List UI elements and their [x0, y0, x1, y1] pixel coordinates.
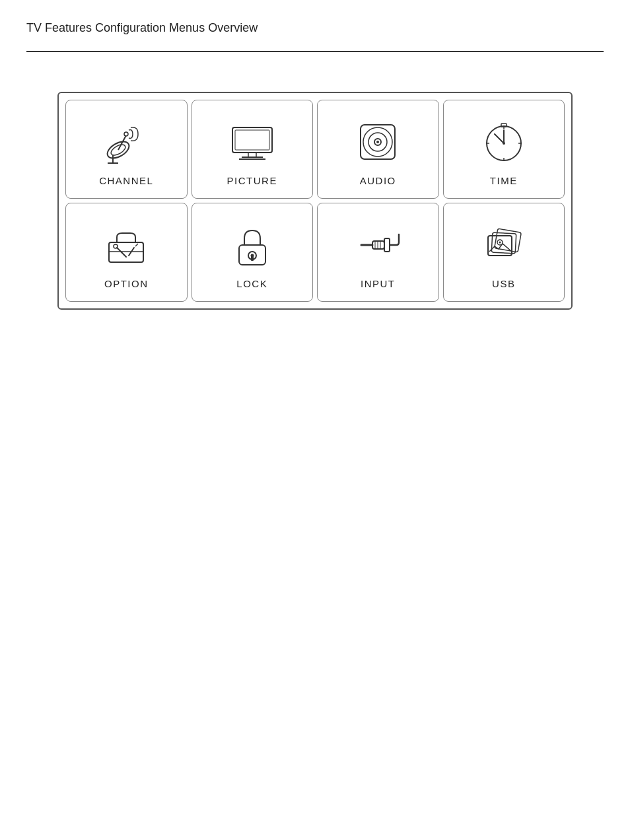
usb-label: USB — [492, 278, 515, 289]
audio-icon — [351, 116, 404, 168]
svg-rect-8 — [248, 153, 256, 157]
menu-item-usb[interactable]: USB — [443, 203, 565, 302]
svg-point-27 — [114, 244, 118, 248]
svg-rect-33 — [372, 241, 384, 249]
menu-item-audio[interactable]: AUDIO — [317, 100, 439, 199]
input-icon — [351, 219, 404, 271]
time-label: TIME — [490, 175, 518, 186]
svg-point-15 — [376, 141, 379, 143]
option-icon — [100, 219, 153, 271]
menu-item-time[interactable]: TIME — [443, 100, 565, 199]
menu-grid: CHANNEL PICTURE AUDIO — [57, 92, 573, 310]
channel-label: CHANNEL — [99, 175, 153, 186]
lock-icon — [226, 219, 279, 271]
menu-item-picture[interactable]: PICTURE — [192, 100, 314, 199]
svg-point-19 — [503, 142, 505, 145]
svg-point-42 — [499, 241, 501, 243]
picture-icon — [226, 116, 279, 168]
menu-item-channel[interactable]: CHANNEL — [65, 100, 188, 199]
svg-line-17 — [495, 134, 504, 143]
svg-point-31 — [250, 254, 254, 257]
svg-rect-24 — [501, 123, 507, 127]
menu-item-option[interactable]: OPTION — [65, 203, 188, 302]
page-title: TV Features Configuration Menus Overview — [0, 0, 630, 35]
divider — [26, 51, 604, 52]
input-label: INPUT — [361, 278, 396, 289]
audio-label: AUDIO — [360, 175, 396, 186]
menu-item-input[interactable]: INPUT — [317, 203, 439, 302]
lock-label: LOCK — [236, 278, 267, 289]
usb-icon — [477, 219, 530, 271]
picture-label: PICTURE — [227, 175, 277, 186]
time-icon — [477, 116, 530, 168]
channel-icon — [100, 116, 153, 168]
svg-rect-7 — [235, 130, 269, 150]
option-label: OPTION — [104, 278, 149, 289]
svg-rect-6 — [232, 127, 272, 153]
menu-item-lock[interactable]: LOCK — [192, 203, 314, 302]
